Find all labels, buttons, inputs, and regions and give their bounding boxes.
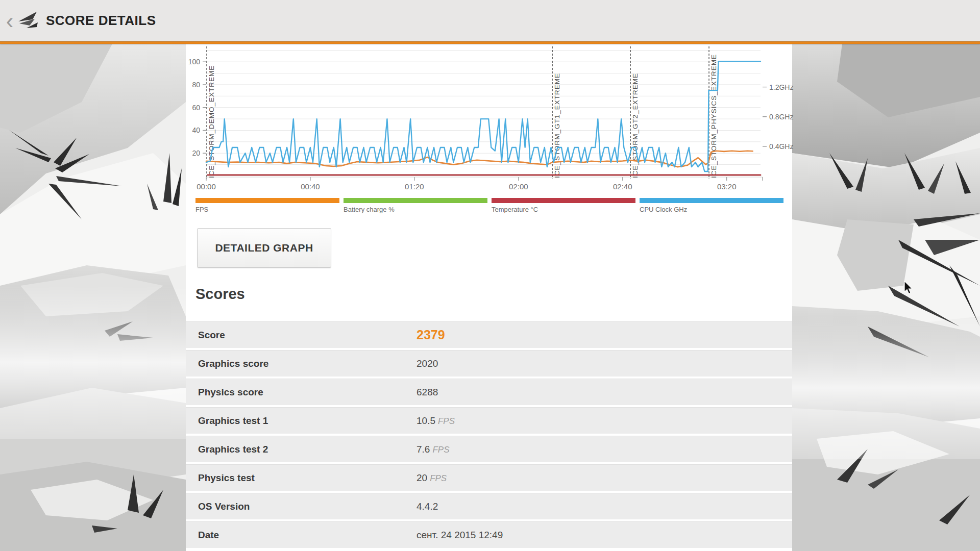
svg-text:02:40: 02:40 — [613, 182, 632, 191]
svg-text:0.8GHz: 0.8GHz — [769, 113, 793, 121]
row-value: 7.6FPS — [416, 444, 449, 455]
row-label: Graphics test 1 — [186, 415, 416, 427]
legend-color-bar — [640, 198, 783, 203]
row-value: 10.5FPS — [416, 415, 455, 427]
table-row: Dateсент. 24 2015 12:49 — [186, 521, 792, 548]
svg-text:60: 60 — [192, 104, 200, 112]
scores-heading: Scores — [195, 286, 245, 303]
detailed-graph-button[interactable]: DETAILED GRAPH — [197, 228, 331, 268]
table-row: Graphics test 110.5FPS — [186, 407, 792, 434]
row-unit: FPS — [438, 416, 455, 426]
table-row: Score2379 — [186, 321, 792, 348]
svg-text:ICE_STORM_PHYSICS_EXTREME: ICE_STORM_PHYSICS_EXTREME — [710, 54, 718, 178]
svg-text:40: 40 — [192, 126, 200, 134]
row-label: Score — [186, 330, 416, 341]
svg-text:1.2GHz: 1.2GHz — [769, 83, 793, 91]
svg-text:03:20: 03:20 — [717, 182, 737, 191]
legend-label: Temperature °C — [492, 206, 635, 213]
row-label: Physics test — [186, 472, 416, 484]
row-unit: FPS — [430, 473, 447, 483]
legend-item: Temperature °C — [492, 198, 635, 213]
row-value: 2379 — [416, 328, 445, 342]
table-row: Graphics test 27.6FPS — [186, 436, 792, 462]
table-row: OS Version4.4.2 — [186, 493, 792, 519]
table-row: Physics score6288 — [186, 379, 792, 405]
row-value: 20FPS — [416, 472, 447, 484]
legend-label: Battery charge % — [344, 206, 487, 213]
legend-color-bar — [195, 198, 339, 203]
page-title: SCORE DETAILS — [46, 13, 156, 29]
row-value: 4.4.2 — [416, 501, 438, 512]
row-value: 6288 — [416, 387, 438, 398]
mouse-cursor-icon — [904, 281, 917, 295]
table-row: Physics test20FPS — [186, 464, 792, 491]
svg-text:02:00: 02:00 — [509, 182, 528, 191]
row-label: Date — [186, 530, 416, 541]
svg-text:01:20: 01:20 — [405, 182, 424, 191]
row-value: 2020 — [416, 358, 438, 369]
row-value: сент. 24 2015 12:49 — [416, 530, 503, 541]
legend-color-bar — [492, 198, 635, 203]
row-label: Graphics test 2 — [186, 444, 416, 455]
row-label: Graphics score — [186, 358, 416, 369]
row-label: Physics score — [186, 387, 416, 398]
3dmark-logo-icon — [16, 10, 40, 32]
legend-item: Battery charge % — [344, 198, 487, 213]
scores-table: Score2379Graphics score2020Physics score… — [186, 321, 792, 550]
svg-text:20: 20 — [192, 149, 200, 157]
chart-legend: FPSBattery charge %Temperature °CCPU Clo… — [195, 198, 788, 213]
svg-text:0.4GHz: 0.4GHz — [769, 142, 793, 151]
accent-divider — [0, 41, 980, 44]
row-unit: FPS — [432, 445, 449, 455]
table-row: Graphics score2020 — [186, 350, 792, 377]
legend-label: CPU Clock GHz — [640, 206, 783, 213]
legend-item: CPU Clock GHz — [640, 198, 783, 213]
svg-text:00:40: 00:40 — [301, 182, 320, 191]
row-label: OS Version — [186, 501, 416, 512]
legend-color-bar — [344, 198, 487, 203]
svg-text:00:00: 00:00 — [197, 182, 216, 191]
header-bar: ‹ SCORE DETAILS — [0, 0, 980, 41]
svg-text:100: 100 — [188, 58, 201, 66]
benchmark-chart: 00:0000:4001:2002:0002:4003:202040608010… — [186, 44, 795, 202]
legend-label: FPS — [195, 206, 339, 213]
score-details-page: ‹ SCORE DETAILS 00:0000:4001:2002:0002:4… — [0, 0, 980, 551]
svg-text:80: 80 — [192, 81, 200, 89]
legend-item: FPS — [195, 198, 339, 213]
back-button[interactable]: ‹ — [4, 7, 15, 35]
